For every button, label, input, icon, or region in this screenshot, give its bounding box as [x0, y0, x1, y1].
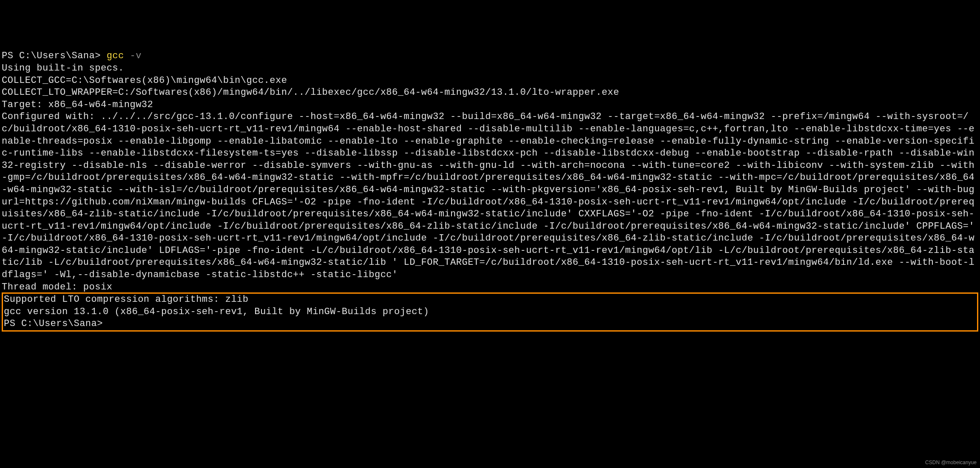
- command-gcc: gcc: [107, 51, 124, 61]
- output-thread-model: Thread model: posix: [2, 282, 112, 292]
- output-lto-compression: Supported LTO compression algorithms: zl…: [4, 294, 249, 305]
- output-collect-gcc: COLLECT_GCC=C:\Softwares(x86)\mingw64\bi…: [2, 75, 287, 86]
- prompt-path-2: C:\Users\Sana>: [21, 318, 103, 329]
- output-gcc-version: gcc version 13.1.0 (x86_64-posix-seh-rev…: [4, 306, 435, 317]
- output-specs: Using built-in specs.: [2, 63, 124, 74]
- prompt-ps-2: PS: [4, 318, 21, 329]
- output-configured: Configured with: ../../../src/gcc-13.1.0…: [2, 111, 980, 280]
- terminal-output[interactable]: PS C:\Users\Sana> gcc -v Using built-in …: [2, 50, 978, 332]
- output-target: Target: x86_64-w64-mingw32: [2, 99, 153, 110]
- prompt-ps: PS: [2, 51, 19, 61]
- output-collect-lto: COLLECT_LTO_WRAPPER=C:/Softwares(x86)/mi…: [2, 87, 619, 98]
- command-flag: -v: [130, 51, 141, 61]
- highlight-annotation: Supported LTO compression algorithms: zl…: [2, 292, 978, 332]
- prompt-path: C:\Users\Sana>: [19, 51, 107, 61]
- command-space: [124, 51, 130, 61]
